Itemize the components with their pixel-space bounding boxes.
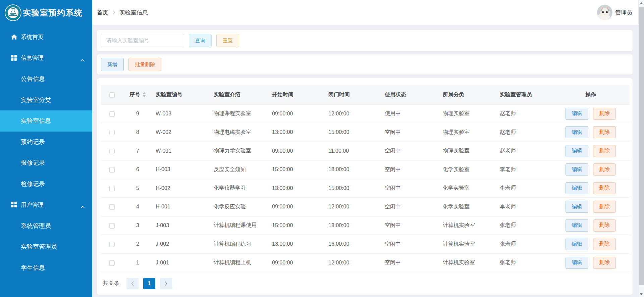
delete-button[interactable]: 删除 — [593, 163, 616, 176]
edit-button[interactable]: 编辑 — [566, 145, 588, 157]
page-1-button[interactable]: 1 — [143, 278, 155, 289]
cell-status: 空闲中 — [381, 253, 439, 272]
cell-select — [101, 179, 123, 198]
sidebar-item-0[interactable]: 系统首页 — [0, 27, 92, 48]
delete-button[interactable]: 删除 — [593, 126, 616, 138]
delete-button[interactable]: 删除 — [593, 238, 616, 250]
sidebar-item-10[interactable]: 实验室管理员 — [0, 236, 92, 257]
row-checkbox[interactable] — [109, 186, 115, 191]
sidebar-item-9[interactable]: 系统管理员 — [0, 215, 92, 237]
row-checkbox[interactable] — [109, 242, 115, 247]
delete-button[interactable]: 删除 — [593, 182, 616, 194]
up-triangle-icon — [640, 2, 643, 4]
edit-button[interactable]: 编辑 — [566, 219, 588, 232]
edit-button[interactable]: 编辑 — [566, 182, 588, 194]
sidebar-item-4[interactable]: 实验室信息 — [0, 110, 92, 132]
delete-button[interactable]: 删除 — [593, 145, 616, 157]
delete-button[interactable]: 删除 — [593, 257, 616, 269]
cell-operation: 编辑 删除 — [552, 104, 630, 123]
chevron-up-icon — [80, 206, 85, 208]
operation-buttons: 编辑 删除 — [555, 219, 626, 232]
scrollbar-thumb[interactable] — [639, 7, 644, 285]
app-logo: 实验室预约系统 — [0, 0, 92, 25]
cell-end: 16:00:00 — [325, 235, 381, 254]
prev-page-button[interactable] — [126, 278, 139, 289]
page-scrollbar[interactable] — [638, 0, 644, 297]
query-button[interactable]: 查询 — [189, 34, 212, 47]
lab-table: 序号 实验室编号 实验室介绍 开始时间 闭门时间 使用状态 所属分类 实验室管理… — [101, 85, 630, 272]
cell-select — [101, 235, 123, 254]
col-operation: 操作 — [552, 85, 630, 104]
row-checkbox[interactable] — [109, 149, 115, 154]
cell-start: 15:00:00 — [269, 160, 325, 179]
cell-intro: 反应安全须知 — [210, 160, 269, 179]
chevron-up-icon — [80, 203, 85, 210]
sidebar-item-3[interactable]: 实验室分类 — [0, 90, 92, 111]
next-page-button[interactable] — [160, 278, 172, 289]
cell-manager: 张老师 — [496, 216, 552, 235]
table-row: 6 H-003 反应安全须知 15:00:00 18:00:00 空闲中 化学实… — [101, 160, 630, 179]
grid-icon — [11, 202, 17, 208]
row-checkbox[interactable] — [109, 130, 115, 135]
sort-caret-icon[interactable] — [143, 92, 146, 97]
col-index[interactable]: 序号 — [129, 91, 140, 98]
sidebar-item-2[interactable]: 公告信息 — [0, 68, 92, 90]
search-input[interactable] — [101, 34, 184, 47]
operation-buttons: 编辑 删除 — [555, 126, 626, 138]
delete-button[interactable]: 删除 — [593, 108, 616, 120]
cell-index: 6 — [123, 160, 152, 179]
cell-index: 2 — [123, 235, 152, 254]
sidebar-item-1[interactable]: 信息管理 — [0, 48, 92, 69]
delete-button[interactable]: 删除 — [593, 219, 616, 232]
cell-code: H-003 — [152, 160, 210, 179]
edit-button[interactable]: 编辑 — [566, 201, 588, 213]
col-intro: 实验室介绍 — [210, 85, 269, 104]
sidebar-menu: 系统首页 信息管理 公告信息实验室分类实验室信息预约记录报修记录检修记录 用户管… — [0, 25, 92, 278]
row-checkbox[interactable] — [109, 167, 115, 172]
topbar: 首页 实验室信息 — [92, 0, 638, 25]
sidebar-item-5[interactable]: 预约记录 — [0, 132, 92, 153]
scrollbar-down-arrow[interactable] — [639, 291, 644, 297]
cell-end: 12:00:00 — [325, 104, 381, 123]
operation-buttons: 编辑 删除 — [555, 201, 626, 213]
cell-start: 13:00:00 — [269, 123, 325, 142]
row-checkbox[interactable] — [109, 260, 115, 266]
caret-up-icon[interactable] — [143, 92, 146, 94]
cell-intro: 计算机编程课使用 — [210, 216, 269, 235]
cell-end: 18:00:00 — [325, 160, 381, 179]
sidebar-item-8[interactable]: 用户管理 — [0, 194, 92, 215]
cell-select — [101, 142, 123, 160]
sidebar-item-11[interactable]: 学生信息 — [0, 257, 92, 279]
add-button[interactable]: 新增 — [101, 58, 124, 71]
row-checkbox[interactable] — [109, 111, 115, 117]
sidebar-item-6[interactable]: 报修记录 — [0, 152, 92, 174]
cell-start: 13:00:00 — [269, 179, 325, 198]
scrollbar-up-arrow[interactable] — [639, 0, 644, 6]
user-box[interactable]: 管理员 — [597, 5, 632, 20]
delete-button[interactable]: 删除 — [593, 201, 616, 213]
edit-button[interactable]: 编辑 — [566, 257, 588, 269]
edit-button[interactable]: 编辑 — [566, 238, 588, 250]
content: 查询 重置 新增 批量删除 序号 实验室编号 实验室介绍 开始时 — [92, 25, 638, 295]
edit-button[interactable]: 编辑 — [566, 163, 588, 176]
row-checkbox[interactable] — [109, 204, 115, 210]
cell-end: 12:00:00 — [325, 198, 381, 216]
sidebar-item-7[interactable]: 检修记录 — [0, 174, 92, 195]
select-all-checkbox[interactable] — [109, 92, 115, 98]
cell-manager: 李老师 — [496, 179, 552, 198]
cell-status: 空闲中 — [381, 123, 439, 142]
caret-down-icon[interactable] — [143, 95, 146, 97]
index-header-cell: 序号 — [123, 85, 152, 104]
breadcrumb: 首页 实验室信息 — [97, 9, 148, 16]
batch-delete-button[interactable]: 批量删除 — [128, 58, 161, 71]
cell-operation: 编辑 删除 — [552, 235, 630, 254]
edit-button[interactable]: 编辑 — [566, 126, 588, 138]
row-checkbox[interactable] — [109, 223, 115, 229]
home-icon — [11, 34, 17, 40]
avatar[interactable] — [597, 5, 612, 20]
cell-intro: 计算机编程上机 — [210, 253, 269, 272]
breadcrumb-home[interactable]: 首页 — [97, 9, 108, 16]
edit-button[interactable]: 编辑 — [566, 108, 588, 120]
reset-button[interactable]: 重置 — [216, 34, 239, 47]
cell-operation: 编辑 删除 — [552, 179, 630, 198]
